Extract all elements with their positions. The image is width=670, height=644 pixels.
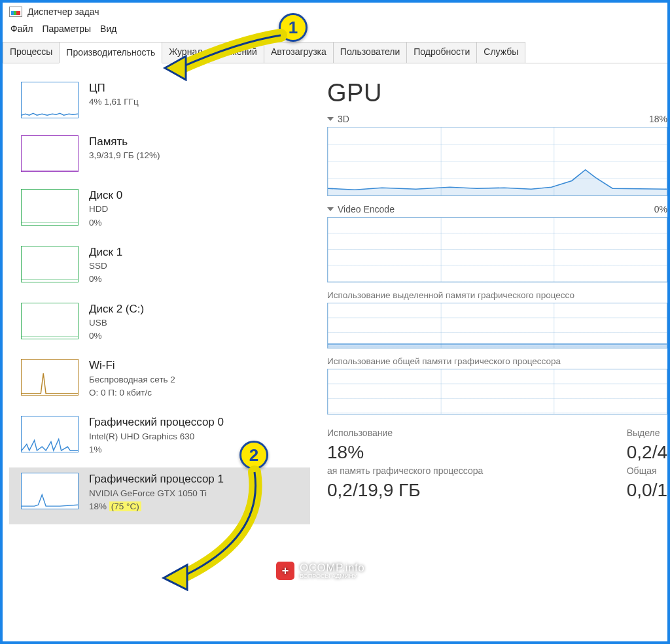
gpu0-label: Графический процессор 0 xyxy=(89,416,224,429)
cpu-label: ЦП xyxy=(89,82,139,95)
disk0-sub2: 0% xyxy=(89,217,122,229)
chart-dedicated-memory xyxy=(327,303,667,348)
task-manager-icon xyxy=(9,7,22,17)
shared-mem-label: Использование общей памяти графического … xyxy=(327,356,667,366)
chart-encode-block: Video Encode 0% xyxy=(327,204,667,282)
callout-2: 2 xyxy=(239,441,268,469)
chart-encode-label[interactable]: Video Encode xyxy=(327,204,395,214)
disk1-sub2: 0% xyxy=(89,273,122,285)
menu-view[interactable]: Вид xyxy=(100,24,116,34)
disk2-sub1: USB xyxy=(89,317,144,329)
tab-services[interactable]: Службы xyxy=(476,42,525,63)
memory-sub: 3,9/31,9 ГБ (12%) xyxy=(89,150,160,161)
gpu1-pct: 18% xyxy=(89,501,107,511)
tab-performance[interactable]: Производительность xyxy=(59,42,162,63)
wifi-label: Wi-Fi xyxy=(89,359,175,372)
gpu1-sub1: NVIDIA GeForce GTX 1050 Ti xyxy=(89,488,224,500)
stat-use-value: 18% xyxy=(327,442,393,463)
watermark-line1: OCOMP.info xyxy=(300,562,364,573)
plus-icon: + xyxy=(276,562,294,580)
disk1-thumb xyxy=(21,246,79,282)
window-title: Диспетчер задач xyxy=(27,7,99,17)
tab-startup[interactable]: Автозагрузка xyxy=(264,42,334,63)
tab-apps[interactable]: Журнал приложений xyxy=(162,42,264,63)
gpu1-label: Графический процессор 1 xyxy=(89,473,224,486)
callout-1: 1 xyxy=(279,13,308,42)
svg-marker-0 xyxy=(328,170,667,195)
wifi-sub1: Беспроводная сеть 2 xyxy=(89,374,175,386)
content-area: ЦП 4% 1,61 ГГц Память 3,9/31,9 ГБ (12%) … xyxy=(3,63,667,624)
stat-shared-value: 0,2/19,9 ГБ xyxy=(327,480,483,501)
disk2-label: Диск 2 (C:) xyxy=(89,303,144,316)
disk2-thumb xyxy=(21,303,79,339)
titlebar: Диспетчер задач xyxy=(3,3,667,21)
watermark-line2: ВОПРОСЫ АДМИНУ xyxy=(300,573,364,579)
chart-encode-pct: 0% xyxy=(654,204,667,214)
menu-options[interactable]: Параметры xyxy=(42,24,91,34)
gpu1-temperature: (75 °C) xyxy=(109,501,141,511)
sidebar-item-disk2[interactable]: Диск 2 (C:) USB 0% xyxy=(17,297,310,354)
gpu0-sub1: Intel(R) UHD Graphics 630 xyxy=(89,431,224,443)
chart-3d xyxy=(327,127,667,196)
cpu-thumb xyxy=(21,82,79,118)
performance-sidebar: ЦП 4% 1,61 ГГц Память 3,9/31,9 ГБ (12%) … xyxy=(3,63,310,624)
dedicated-mem-label: Использование выделенной памяти графичес… xyxy=(327,290,667,300)
gpu1-thumb xyxy=(21,473,79,509)
gpu0-thumb xyxy=(21,416,79,452)
chart-3d-label[interactable]: 3D xyxy=(327,114,349,124)
gpu0-sub2: 1% xyxy=(89,444,224,456)
disk1-sub1: SSD xyxy=(89,260,122,272)
stats-row1: Использование 18% Выделе 0,2/4 xyxy=(327,428,667,463)
task-manager-window: Диспетчер задач Файл Параметры Вид Проце… xyxy=(0,0,670,644)
watermark: + OCOMP.info ВОПРОСЫ АДМИНУ xyxy=(276,562,364,580)
stats-row2: ая память графического процессора 0,2/19… xyxy=(327,466,667,501)
menu-file[interactable]: Файл xyxy=(10,24,33,34)
disk1-label: Диск 1 xyxy=(89,246,122,259)
detail-pane: GPU 3D 18% Video Encode 0% xyxy=(310,63,667,624)
memory-label: Память xyxy=(89,135,160,148)
sidebar-item-gpu1[interactable]: Графический процессор 1 NVIDIA GeForce G… xyxy=(9,467,310,524)
stat-ded-label: Выделе xyxy=(627,428,667,438)
stat-total-label: Общая xyxy=(627,466,667,476)
tab-bar: Процессы Производительность Журнал прило… xyxy=(3,42,667,63)
menu-bar: Файл Параметры Вид xyxy=(3,21,667,39)
tab-details[interactable]: Подробности xyxy=(406,42,477,63)
disk0-thumb xyxy=(21,189,79,226)
detail-title: GPU xyxy=(327,79,667,107)
sidebar-item-disk1[interactable]: Диск 1 SSD 0% xyxy=(17,241,310,297)
chart-shared-memory xyxy=(327,369,667,415)
svg-rect-1 xyxy=(328,344,667,348)
wifi-sub2: О: 0 П: 0 кбит/с xyxy=(89,387,175,399)
tab-users[interactable]: Пользователи xyxy=(333,42,407,63)
chart-3d-pct: 18% xyxy=(649,114,667,124)
disk0-label: Диск 0 xyxy=(89,189,122,202)
disk2-sub2: 0% xyxy=(89,330,144,342)
sidebar-item-memory[interactable]: Память 3,9/31,9 ГБ (12%) xyxy=(17,130,310,184)
stat-total-value: 0,0/1 xyxy=(627,480,667,501)
memory-thumb xyxy=(21,135,79,172)
tab-processes[interactable]: Процессы xyxy=(3,42,60,63)
chart-3d-block: 3D 18% xyxy=(327,114,667,196)
stat-use-label: Использование xyxy=(327,428,393,438)
sidebar-item-cpu[interactable]: ЦП 4% 1,61 ГГц xyxy=(17,76,310,130)
gpu1-sub2: 18% (75 °C) xyxy=(89,501,224,513)
chart-encode xyxy=(327,217,667,282)
disk0-sub1: HDD xyxy=(89,203,122,215)
sidebar-item-wifi[interactable]: Wi-Fi Беспроводная сеть 2 О: 0 П: 0 кбит… xyxy=(17,354,310,411)
wifi-thumb xyxy=(21,359,79,396)
stat-ded-value: 0,2/4 xyxy=(627,442,667,463)
stat-shared-label: ая память графического процессора xyxy=(327,466,483,476)
sidebar-item-disk0[interactable]: Диск 0 HDD 0% xyxy=(17,184,310,241)
cpu-sub: 4% 1,61 ГГц xyxy=(89,96,139,108)
